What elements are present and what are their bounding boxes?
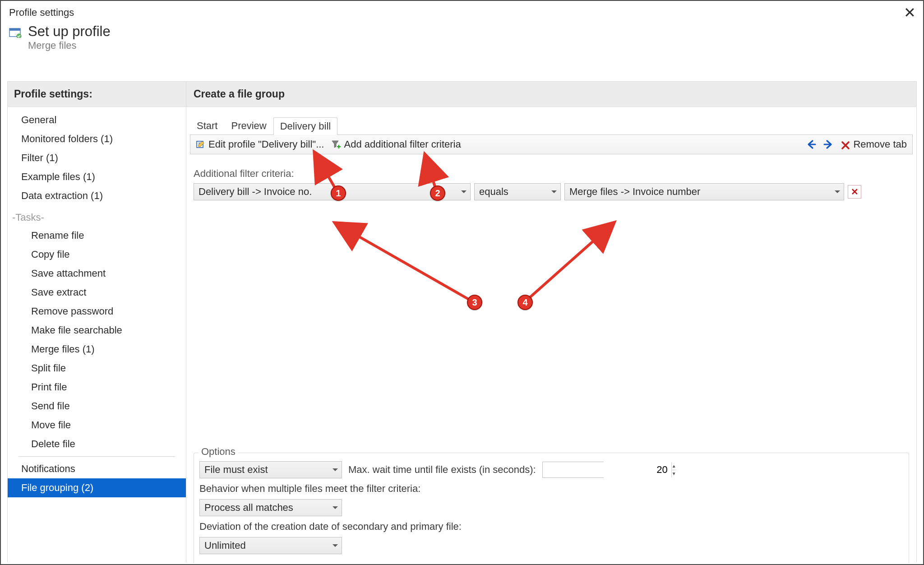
page-subtitle: Merge files: [28, 40, 111, 51]
filter-left-value: Delivery bill -> Invoice no.: [199, 186, 312, 198]
sidebar-item-notifications[interactable]: Notifications: [8, 459, 186, 478]
sidebar-divider: [18, 456, 175, 457]
sidebar-tasks-label: -Tasks-: [8, 205, 186, 226]
sidebar-task-make-searchable[interactable]: Make file searchable: [8, 321, 186, 340]
svg-line-10: [337, 224, 473, 302]
arrow-right-icon: [823, 139, 833, 149]
spin-up-icon[interactable]: ▲: [672, 462, 676, 470]
behavior-value: Process all matches: [204, 502, 293, 514]
toolbar: Edit profile "Delivery bill"... Add addi…: [190, 134, 913, 154]
svg-rect-1: [9, 28, 20, 31]
edit-profile-label: Edit profile "Delivery bill"...: [208, 139, 324, 150]
filter-row: Delivery bill -> Invoice no. equals Merg…: [194, 183, 911, 200]
sidebar-heading: Profile settings:: [8, 82, 186, 107]
delete-x-icon: ✕: [851, 186, 859, 197]
nav-next-button[interactable]: [822, 139, 835, 150]
svg-point-2: [17, 34, 21, 38]
filter-plus-icon: [331, 139, 341, 149]
sidebar-task-send-file[interactable]: Send file: [8, 397, 186, 416]
annotation-marker-1: 1: [331, 185, 346, 201]
sidebar-item-filter[interactable]: Filter (1): [8, 148, 186, 167]
panel-heading: Create a file group: [186, 82, 916, 107]
nav-prev-button[interactable]: [804, 139, 818, 150]
options-legend: Options: [199, 446, 238, 458]
titlebar: Profile settings ✕: [1, 1, 923, 22]
main-panel: Create a file group Start Preview Delive…: [186, 82, 916, 562]
remove-tab-button[interactable]: Remove tab: [839, 138, 909, 151]
wait-time-spinner[interactable]: ▲ ▼: [671, 462, 676, 477]
sidebar-item-file-grouping[interactable]: File grouping (2): [8, 478, 186, 497]
filter-right-value: Merge files -> Invoice number: [569, 186, 700, 198]
sidebar-task-move-file[interactable]: Move file: [8, 416, 186, 435]
add-filter-label: Add additional filter criteria: [344, 139, 461, 150]
filter-operator-select[interactable]: equals: [474, 183, 561, 200]
tab-start[interactable]: Start: [190, 117, 224, 134]
sidebar-item-general[interactable]: General: [8, 111, 186, 130]
options-group: Options File must exist Max. wait time u…: [194, 453, 909, 563]
sidebar-task-copy-file[interactable]: Copy file: [8, 245, 186, 264]
filter-right-select[interactable]: Merge files -> Invoice number: [564, 183, 844, 200]
sidebar-task-merge-files[interactable]: Merge files (1): [8, 340, 186, 359]
tab-delivery-bill[interactable]: Delivery bill: [273, 117, 337, 135]
remove-icon: [841, 139, 850, 149]
deviation-label: Deviation of the creation date of second…: [199, 521, 462, 533]
sidebar-item-monitored-folders[interactable]: Monitored folders (1): [8, 130, 186, 148]
annotation-marker-4: 4: [517, 295, 533, 310]
deviation-select[interactable]: Unlimited: [199, 537, 342, 554]
page-header: Set up profile Merge files: [1, 22, 923, 60]
sidebar-task-split-file[interactable]: Split file: [8, 359, 186, 378]
tab-bar: Start Preview Delivery bill: [190, 117, 916, 134]
filter-operator-value: equals: [479, 186, 508, 198]
file-existence-select[interactable]: File must exist: [199, 461, 342, 478]
sidebar-task-save-attachment[interactable]: Save attachment: [8, 264, 186, 283]
sidebar: Profile settings: General Monitored fold…: [8, 82, 186, 562]
sidebar-task-print-file[interactable]: Print file: [8, 378, 186, 397]
behavior-select[interactable]: Process all matches: [199, 499, 342, 516]
edit-icon: [196, 139, 206, 149]
remove-tab-label: Remove tab: [853, 139, 907, 150]
sidebar-task-rename-file[interactable]: Rename file: [8, 226, 186, 245]
annotation-marker-3: 3: [467, 295, 482, 310]
svg-line-11: [524, 224, 613, 302]
annotation-marker-2: 2: [430, 185, 445, 201]
behavior-label: Behavior when multiple files meet the fi…: [199, 483, 420, 495]
filter-section-label: Additional filter criteria:: [194, 168, 916, 180]
page-title: Set up profile: [28, 23, 111, 40]
wait-time-field[interactable]: [543, 462, 671, 477]
app-window: Profile settings ✕ Set up profile Merge …: [0, 0, 924, 565]
deviation-value: Unlimited: [204, 540, 246, 551]
file-existence-value: File must exist: [204, 464, 268, 476]
window-title: Profile settings: [9, 7, 74, 19]
arrow-left-icon: [806, 139, 816, 149]
wait-time-input[interactable]: ▲ ▼: [542, 462, 604, 478]
filter-delete-button[interactable]: ✕: [848, 185, 861, 199]
spin-down-icon[interactable]: ▼: [672, 470, 676, 478]
sidebar-item-example-files[interactable]: Example files (1): [8, 167, 186, 186]
sidebar-task-save-extract[interactable]: Save extract: [8, 283, 186, 302]
sidebar-item-data-extraction[interactable]: Data extraction (1): [8, 186, 186, 205]
profile-icon: [9, 27, 22, 38]
sidebar-task-delete-file[interactable]: Delete file: [8, 435, 186, 454]
edit-profile-button[interactable]: Edit profile "Delivery bill"...: [194, 138, 326, 151]
add-filter-button[interactable]: Add additional filter criteria: [329, 138, 462, 151]
sidebar-task-remove-password[interactable]: Remove password: [8, 302, 186, 321]
close-icon[interactable]: ✕: [904, 5, 916, 20]
tab-preview[interactable]: Preview: [224, 117, 273, 134]
wait-time-label: Max. wait time until file exists (in sec…: [348, 464, 536, 476]
